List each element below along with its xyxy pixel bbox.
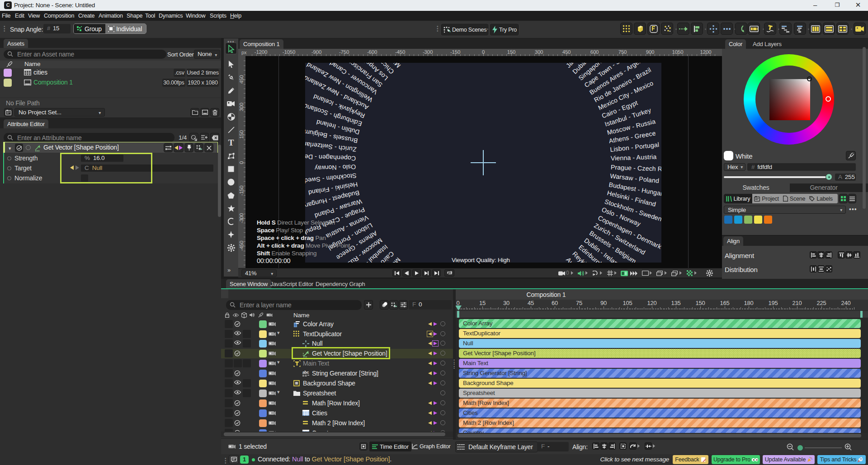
svg-text:abc: abc	[302, 370, 309, 375]
